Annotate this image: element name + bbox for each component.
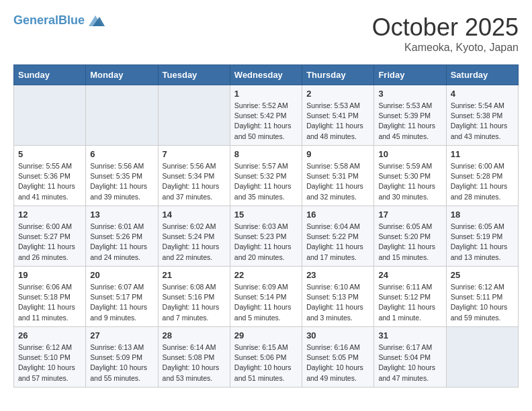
- calendar-cell: 22Sunrise: 6:09 AM Sunset: 5:14 PM Dayli…: [230, 267, 302, 327]
- day-number: 22: [234, 270, 298, 280]
- calendar-cell: 26Sunrise: 6:12 AM Sunset: 5:10 PM Dayli…: [14, 327, 86, 387]
- calendar-subtitle: Kameoka, Kyoto, Japan: [372, 42, 519, 54]
- calendar-cell: 12Sunrise: 6:00 AM Sunset: 5:27 PM Dayli…: [14, 206, 86, 267]
- calendar-cell: 30Sunrise: 6:16 AM Sunset: 5:05 PM Dayli…: [302, 327, 374, 387]
- calendar-cell: 2Sunrise: 5:53 AM Sunset: 5:41 PM Daylig…: [302, 85, 374, 146]
- day-number: 27: [90, 330, 153, 340]
- calendar-header-row: SundayMondayTuesdayWednesdayThursdayFrid…: [14, 65, 519, 85]
- day-info: Sunrise: 6:15 AM Sunset: 5:06 PM Dayligh…: [234, 342, 298, 383]
- day-info: Sunrise: 6:03 AM Sunset: 5:23 PM Dayligh…: [234, 222, 298, 263]
- day-number: 4: [451, 89, 514, 99]
- day-info: Sunrise: 6:05 AM Sunset: 5:19 PM Dayligh…: [451, 222, 514, 263]
- day-info: Sunrise: 6:14 AM Sunset: 5:08 PM Dayligh…: [163, 342, 226, 383]
- logo: GeneralBlue: [13, 13, 105, 28]
- calendar-cell: 25Sunrise: 6:12 AM Sunset: 5:11 PM Dayli…: [446, 267, 518, 327]
- day-number: 8: [234, 149, 298, 159]
- calendar-cell: 1Sunrise: 5:52 AM Sunset: 5:42 PM Daylig…: [230, 85, 302, 146]
- day-number: 10: [378, 149, 441, 159]
- day-number: 30: [306, 330, 369, 340]
- day-number: 6: [90, 149, 153, 159]
- calendar-cell: 15Sunrise: 6:03 AM Sunset: 5:23 PM Dayli…: [230, 206, 302, 267]
- day-info: Sunrise: 6:16 AM Sunset: 5:05 PM Dayligh…: [306, 342, 369, 383]
- calendar-cell: 4Sunrise: 5:54 AM Sunset: 5:38 PM Daylig…: [446, 85, 518, 146]
- logo-icon: [86, 14, 105, 28]
- day-number: 12: [18, 210, 81, 220]
- calendar-cell: 18Sunrise: 6:05 AM Sunset: 5:19 PM Dayli…: [446, 206, 518, 267]
- day-number: 24: [378, 270, 441, 280]
- calendar-cell: 28Sunrise: 6:14 AM Sunset: 5:08 PM Dayli…: [158, 327, 230, 387]
- day-number: 20: [90, 270, 153, 280]
- calendar-cell: 8Sunrise: 5:57 AM Sunset: 5:32 PM Daylig…: [230, 146, 302, 206]
- weekday-header: Monday: [86, 65, 158, 85]
- calendar-cell: [86, 85, 158, 146]
- day-info: Sunrise: 6:09 AM Sunset: 5:14 PM Dayligh…: [234, 282, 298, 323]
- day-info: Sunrise: 6:07 AM Sunset: 5:17 PM Dayligh…: [90, 282, 153, 323]
- calendar-cell: 27Sunrise: 6:13 AM Sunset: 5:09 PM Dayli…: [86, 327, 158, 387]
- day-number: 5: [18, 149, 81, 159]
- calendar-cell: 16Sunrise: 6:04 AM Sunset: 5:22 PM Dayli…: [302, 206, 374, 267]
- day-info: Sunrise: 6:10 AM Sunset: 5:13 PM Dayligh…: [306, 282, 369, 323]
- day-info: Sunrise: 5:52 AM Sunset: 5:42 PM Dayligh…: [234, 101, 298, 142]
- calendar-cell: 10Sunrise: 5:59 AM Sunset: 5:30 PM Dayli…: [374, 146, 446, 206]
- day-number: 1: [234, 89, 298, 99]
- calendar-title: October 2025: [372, 13, 519, 42]
- calendar-cell: 3Sunrise: 5:53 AM Sunset: 5:39 PM Daylig…: [374, 85, 446, 146]
- calendar-table: SundayMondayTuesdayWednesdayThursdayFrid…: [13, 64, 519, 387]
- calendar-cell: 20Sunrise: 6:07 AM Sunset: 5:17 PM Dayli…: [86, 267, 158, 327]
- day-info: Sunrise: 5:54 AM Sunset: 5:38 PM Dayligh…: [451, 101, 514, 142]
- day-info: Sunrise: 6:12 AM Sunset: 5:11 PM Dayligh…: [451, 282, 514, 323]
- calendar-cell: [446, 327, 518, 387]
- day-number: 7: [163, 149, 226, 159]
- day-info: Sunrise: 5:56 AM Sunset: 5:35 PM Dayligh…: [90, 161, 153, 202]
- day-number: 18: [451, 210, 514, 220]
- day-info: Sunrise: 6:04 AM Sunset: 5:22 PM Dayligh…: [306, 222, 369, 263]
- weekday-header: Tuesday: [158, 65, 230, 85]
- day-number: 15: [234, 210, 298, 220]
- day-number: 2: [306, 89, 369, 99]
- calendar-cell: 17Sunrise: 6:05 AM Sunset: 5:20 PM Dayli…: [374, 206, 446, 267]
- weekday-header: Wednesday: [230, 65, 302, 85]
- calendar-cell: 29Sunrise: 6:15 AM Sunset: 5:06 PM Dayli…: [230, 327, 302, 387]
- weekday-header: Thursday: [302, 65, 374, 85]
- day-info: Sunrise: 6:00 AM Sunset: 5:27 PM Dayligh…: [18, 222, 81, 263]
- calendar-cell: 31Sunrise: 6:17 AM Sunset: 5:04 PM Dayli…: [374, 327, 446, 387]
- calendar-cell: 11Sunrise: 6:00 AM Sunset: 5:28 PM Dayli…: [446, 146, 518, 206]
- calendar-cell: 21Sunrise: 6:08 AM Sunset: 5:16 PM Dayli…: [158, 267, 230, 327]
- day-info: Sunrise: 6:00 AM Sunset: 5:28 PM Dayligh…: [451, 161, 514, 202]
- day-number: 25: [451, 270, 514, 280]
- day-info: Sunrise: 6:13 AM Sunset: 5:09 PM Dayligh…: [90, 342, 153, 383]
- title-block: October 2025 Kameoka, Kyoto, Japan: [372, 13, 519, 54]
- day-info: Sunrise: 5:59 AM Sunset: 5:30 PM Dayligh…: [378, 161, 441, 202]
- day-number: 21: [163, 270, 226, 280]
- logo-text: GeneralBlue: [13, 13, 85, 28]
- calendar-cell: 9Sunrise: 5:58 AM Sunset: 5:31 PM Daylig…: [302, 146, 374, 206]
- day-number: 29: [234, 330, 298, 340]
- weekday-header: Saturday: [446, 65, 518, 85]
- day-number: 17: [378, 210, 441, 220]
- day-number: 26: [18, 330, 81, 340]
- day-number: 13: [90, 210, 153, 220]
- day-info: Sunrise: 5:53 AM Sunset: 5:41 PM Dayligh…: [306, 101, 369, 142]
- day-info: Sunrise: 5:58 AM Sunset: 5:31 PM Dayligh…: [306, 161, 369, 202]
- calendar-header: GeneralBlue October 2025 Kameoka, Kyoto,…: [13, 13, 519, 54]
- weekday-header: Sunday: [14, 65, 86, 85]
- day-number: 28: [163, 330, 226, 340]
- calendar-cell: [158, 85, 230, 146]
- calendar-cell: 23Sunrise: 6:10 AM Sunset: 5:13 PM Dayli…: [302, 267, 374, 327]
- day-info: Sunrise: 5:56 AM Sunset: 5:34 PM Dayligh…: [163, 161, 226, 202]
- day-number: 19: [18, 270, 81, 280]
- day-info: Sunrise: 5:53 AM Sunset: 5:39 PM Dayligh…: [378, 101, 441, 142]
- calendar-cell: 5Sunrise: 5:55 AM Sunset: 5:36 PM Daylig…: [14, 146, 86, 206]
- calendar-cell: 13Sunrise: 6:01 AM Sunset: 5:26 PM Dayli…: [86, 206, 158, 267]
- calendar-cell: 7Sunrise: 5:56 AM Sunset: 5:34 PM Daylig…: [158, 146, 230, 206]
- weekday-header: Friday: [374, 65, 446, 85]
- day-info: Sunrise: 6:01 AM Sunset: 5:26 PM Dayligh…: [90, 222, 153, 263]
- day-info: Sunrise: 5:55 AM Sunset: 5:36 PM Dayligh…: [18, 161, 81, 202]
- day-number: 16: [306, 210, 369, 220]
- calendar-cell: 14Sunrise: 6:02 AM Sunset: 5:24 PM Dayli…: [158, 206, 230, 267]
- day-number: 14: [163, 210, 226, 220]
- day-info: Sunrise: 6:06 AM Sunset: 5:18 PM Dayligh…: [18, 282, 81, 323]
- day-number: 31: [378, 330, 441, 340]
- day-info: Sunrise: 6:05 AM Sunset: 5:20 PM Dayligh…: [378, 222, 441, 263]
- day-number: 23: [306, 270, 369, 280]
